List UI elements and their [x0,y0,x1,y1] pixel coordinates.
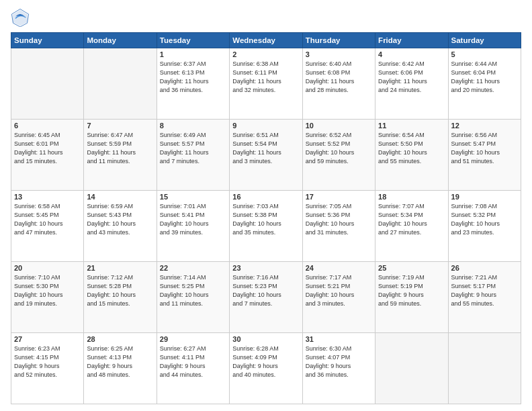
table-cell: 16Sunrise: 7:03 AM Sunset: 5:38 PM Dayli… [230,191,302,262]
table-cell: 8Sunrise: 6:49 AM Sunset: 5:57 PM Daylig… [157,120,229,191]
day-info: Sunrise: 7:05 AM Sunset: 5:36 PM Dayligh… [306,202,372,237]
logo [11,8,32,27]
table-cell: 30Sunrise: 6:28 AM Sunset: 4:09 PM Dayli… [230,333,302,404]
day-info: Sunrise: 6:51 AM Sunset: 5:54 PM Dayligh… [232,131,299,166]
day-number: 12 [451,122,518,130]
day-number: 6 [14,122,81,130]
day-info: Sunrise: 7:21 AM Sunset: 5:17 PM Dayligh… [451,273,518,308]
day-number: 20 [14,264,81,272]
week-row-2: 6Sunrise: 6:45 AM Sunset: 6:01 PM Daylig… [11,120,521,191]
table-cell [375,333,448,404]
day-number: 24 [306,264,372,272]
day-info: Sunrise: 6:54 AM Sunset: 5:50 PM Dayligh… [378,131,445,166]
day-info: Sunrise: 6:44 AM Sunset: 6:04 PM Dayligh… [451,60,518,95]
day-number: 23 [232,264,299,272]
table-cell: 13Sunrise: 6:58 AM Sunset: 5:45 PM Dayli… [11,191,84,262]
table-cell: 12Sunrise: 6:56 AM Sunset: 5:47 PM Dayli… [448,120,521,191]
day-number: 5 [451,50,518,58]
day-info: Sunrise: 7:17 AM Sunset: 5:21 PM Dayligh… [306,273,372,308]
table-cell: 14Sunrise: 6:59 AM Sunset: 5:43 PM Dayli… [84,191,157,262]
weekday-header-row: SundayMondayTuesdayWednesdayThursdayFrid… [11,33,521,48]
day-number: 27 [14,335,81,343]
day-number: 2 [232,50,299,58]
weekday-sunday: Sunday [11,33,84,48]
table-cell: 26Sunrise: 7:21 AM Sunset: 5:17 PM Dayli… [448,262,521,333]
table-cell: 7Sunrise: 6:47 AM Sunset: 5:59 PM Daylig… [84,120,157,191]
day-info: Sunrise: 7:08 AM Sunset: 5:32 PM Dayligh… [451,202,518,237]
table-cell: 3Sunrise: 6:40 AM Sunset: 6:08 PM Daylig… [302,48,375,120]
day-number: 31 [306,335,372,343]
page: SundayMondayTuesdayWednesdayThursdayFrid… [0,0,532,411]
day-number: 4 [378,50,445,58]
table-cell: 31Sunrise: 6:30 AM Sunset: 4:07 PM Dayli… [302,333,375,404]
day-info: Sunrise: 6:37 AM Sunset: 6:13 PM Dayligh… [160,60,226,95]
day-number: 26 [451,264,518,272]
table-cell: 19Sunrise: 7:08 AM Sunset: 5:32 PM Dayli… [448,191,521,262]
day-number: 30 [232,335,299,343]
day-info: Sunrise: 7:07 AM Sunset: 5:34 PM Dayligh… [378,202,445,237]
day-info: Sunrise: 7:16 AM Sunset: 5:23 PM Dayligh… [232,273,299,308]
day-info: Sunrise: 6:49 AM Sunset: 5:57 PM Dayligh… [160,131,226,166]
weekday-saturday: Saturday [448,33,521,48]
table-cell: 29Sunrise: 6:27 AM Sunset: 4:11 PM Dayli… [157,333,229,404]
day-info: Sunrise: 7:19 AM Sunset: 5:19 PM Dayligh… [378,273,445,308]
table-cell: 20Sunrise: 7:10 AM Sunset: 5:30 PM Dayli… [11,262,84,333]
day-info: Sunrise: 6:28 AM Sunset: 4:09 PM Dayligh… [232,345,299,379]
table-cell [84,48,157,120]
day-info: Sunrise: 7:14 AM Sunset: 5:25 PM Dayligh… [160,273,226,308]
day-number: 11 [378,122,445,130]
table-cell: 5Sunrise: 6:44 AM Sunset: 6:04 PM Daylig… [448,48,521,120]
weekday-wednesday: Wednesday [230,33,302,48]
day-info: Sunrise: 7:10 AM Sunset: 5:30 PM Dayligh… [14,273,81,308]
day-number: 8 [160,122,226,130]
table-cell: 2Sunrise: 6:38 AM Sunset: 6:11 PM Daylig… [230,48,302,120]
table-cell: 17Sunrise: 7:05 AM Sunset: 5:36 PM Dayli… [302,191,375,262]
table-cell: 15Sunrise: 7:01 AM Sunset: 5:41 PM Dayli… [157,191,229,262]
day-number: 9 [232,122,299,130]
header [11,8,521,27]
table-cell: 28Sunrise: 6:25 AM Sunset: 4:13 PM Dayli… [84,333,157,404]
day-number: 22 [160,264,226,272]
table-cell [448,333,521,404]
table-cell: 9Sunrise: 6:51 AM Sunset: 5:54 PM Daylig… [230,120,302,191]
day-number: 19 [451,193,518,201]
day-number: 13 [14,193,81,201]
day-info: Sunrise: 6:23 AM Sunset: 4:15 PM Dayligh… [14,345,81,379]
day-number: 14 [87,193,153,201]
table-cell: 21Sunrise: 7:12 AM Sunset: 5:28 PM Dayli… [84,262,157,333]
weekday-friday: Friday [375,33,448,48]
weekday-monday: Monday [84,33,157,48]
table-cell: 27Sunrise: 6:23 AM Sunset: 4:15 PM Dayli… [11,333,84,404]
day-number: 10 [306,122,372,130]
day-number: 29 [160,335,226,343]
day-info: Sunrise: 6:59 AM Sunset: 5:43 PM Dayligh… [87,202,153,237]
day-number: 7 [87,122,153,130]
day-info: Sunrise: 6:45 AM Sunset: 6:01 PM Dayligh… [14,131,81,166]
week-row-4: 20Sunrise: 7:10 AM Sunset: 5:30 PM Dayli… [11,262,521,333]
table-cell: 1Sunrise: 6:37 AM Sunset: 6:13 PM Daylig… [157,48,229,120]
day-info: Sunrise: 6:47 AM Sunset: 5:59 PM Dayligh… [87,131,153,166]
day-info: Sunrise: 7:01 AM Sunset: 5:41 PM Dayligh… [160,202,226,237]
day-number: 25 [378,264,445,272]
table-cell: 18Sunrise: 7:07 AM Sunset: 5:34 PM Dayli… [375,191,448,262]
day-info: Sunrise: 6:30 AM Sunset: 4:07 PM Dayligh… [306,345,372,379]
day-number: 16 [232,193,299,201]
table-cell: 22Sunrise: 7:14 AM Sunset: 5:25 PM Dayli… [157,262,229,333]
day-number: 18 [378,193,445,201]
table-cell: 11Sunrise: 6:54 AM Sunset: 5:50 PM Dayli… [375,120,448,191]
weekday-thursday: Thursday [302,33,375,48]
day-number: 21 [87,264,153,272]
day-info: Sunrise: 7:03 AM Sunset: 5:38 PM Dayligh… [232,202,299,237]
day-info: Sunrise: 6:42 AM Sunset: 6:06 PM Dayligh… [378,60,445,95]
day-info: Sunrise: 6:52 AM Sunset: 5:52 PM Dayligh… [306,131,372,166]
table-cell: 24Sunrise: 7:17 AM Sunset: 5:21 PM Dayli… [302,262,375,333]
table-cell: 4Sunrise: 6:42 AM Sunset: 6:06 PM Daylig… [375,48,448,120]
day-info: Sunrise: 6:38 AM Sunset: 6:11 PM Dayligh… [232,60,299,95]
calendar-table: SundayMondayTuesdayWednesdayThursdayFrid… [11,32,521,404]
week-row-5: 27Sunrise: 6:23 AM Sunset: 4:15 PM Dayli… [11,333,521,404]
day-info: Sunrise: 6:56 AM Sunset: 5:47 PM Dayligh… [451,131,518,166]
day-info: Sunrise: 6:40 AM Sunset: 6:08 PM Dayligh… [306,60,372,95]
day-number: 17 [306,193,372,201]
day-info: Sunrise: 6:58 AM Sunset: 5:45 PM Dayligh… [14,202,81,237]
day-number: 28 [87,335,153,343]
